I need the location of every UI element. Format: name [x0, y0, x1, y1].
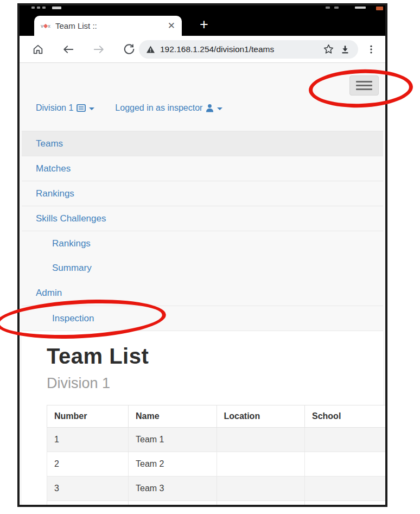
column-header-school: School [305, 405, 386, 428]
nav-item-rankings-sub[interactable]: Rankings [22, 231, 383, 256]
division-label: Division 1 [36, 103, 73, 113]
cell-location [217, 428, 305, 452]
page-content: Division 1 Logged in as inspector [22, 65, 383, 503]
forward-icon [92, 43, 105, 56]
annotated-screenshot: vx Team List :: ✕ + [0, 0, 420, 514]
menu-toggle-button[interactable] [349, 75, 379, 96]
download-icon[interactable] [340, 44, 351, 55]
nav-item-inspection-sub[interactable]: Inspection [22, 306, 383, 331]
page-title: Team List [47, 344, 383, 369]
tab-title: Team List :: [55, 21, 163, 30]
cell-school [305, 428, 386, 452]
column-header-name: Name [129, 405, 217, 428]
battery-icon [376, 7, 383, 10]
browser-menu-icon[interactable] [365, 43, 378, 56]
cell-name: Team 1 [129, 428, 217, 452]
login-status-label: Logged in as inspector [115, 103, 202, 113]
column-header-number: Number [47, 405, 129, 428]
table-row: 4Team 4 [47, 501, 386, 507]
nav-item-skills-challenges[interactable]: Skills Challenges [22, 206, 383, 231]
column-header-location: Location [217, 405, 305, 428]
url-bar[interactable]: 192.168.1.254/division1/teams [139, 40, 358, 59]
cell-school [305, 452, 386, 477]
main-panel: Team List Division 1 NumberNameLocationS… [22, 331, 383, 507]
user-icon [206, 104, 214, 112]
cell-location [217, 477, 305, 501]
url-text[interactable]: 192.168.1.254/division1/teams [160, 45, 317, 54]
clock-fragment [37, 7, 40, 9]
chevron-down-icon [89, 107, 94, 110]
account-dropdown[interactable]: Logged in as inspector [115, 103, 222, 113]
nav-menu: TeamsMatchesRankingsSkills ChallengesRan… [22, 131, 383, 331]
device-frame: vx Team List :: ✕ + [17, 3, 387, 507]
nav-item-rankings[interactable]: Rankings [22, 181, 383, 206]
display-icon [77, 104, 86, 112]
reload-icon[interactable] [123, 43, 136, 56]
cell-school [305, 501, 386, 507]
division-dropdown[interactable]: Division 1 [36, 103, 94, 113]
status-icon [334, 7, 339, 9]
cell-number: 3 [47, 477, 129, 501]
clock-fragment [31, 7, 35, 9]
clock-fragment [42, 7, 46, 9]
status-bar [20, 5, 385, 13]
browser-toolbar: 192.168.1.254/division1/teams [20, 36, 385, 63]
cell-school [305, 477, 386, 501]
cell-number: 1 [47, 428, 129, 452]
table-header-row: NumberNameLocationSchool [47, 405, 386, 428]
cell-number: 4 [47, 501, 129, 507]
home-icon[interactable] [31, 43, 44, 56]
browser-tab[interactable]: vx Team List :: ✕ [34, 16, 182, 36]
hamburger-icon [356, 81, 372, 83]
cell-name: Team 4 [129, 501, 217, 507]
cell-location [217, 452, 305, 477]
table-row: 1Team 1 [47, 428, 386, 452]
table-body: 1Team 12Team 23Team 34Team 45Team 5 [47, 428, 386, 507]
tab-strip: vx Team List :: ✕ + [20, 13, 385, 36]
cell-name: Team 3 [129, 477, 217, 501]
cell-name: Team 2 [129, 452, 217, 477]
new-tab-button[interactable]: + [192, 13, 216, 36]
page-subtitle: Division 1 [47, 375, 383, 392]
bookmark-star-icon[interactable] [323, 43, 334, 55]
notification-icon [52, 7, 61, 9]
chevron-down-icon [217, 107, 222, 110]
back-icon[interactable] [62, 43, 75, 56]
site-warning-icon[interactable] [147, 46, 155, 53]
table-row: 2Team 2 [47, 452, 386, 477]
close-tab-icon[interactable]: ✕ [168, 21, 175, 30]
table-row: 3Team 3 [47, 477, 386, 501]
cell-location [217, 501, 305, 507]
nav-item-teams[interactable]: Teams [22, 131, 383, 156]
tab-favicon-icon: vx [41, 23, 50, 29]
nav-item-admin[interactable]: Admin [22, 281, 383, 306]
cell-number: 2 [47, 452, 129, 477]
team-table: NumberNameLocationSchool 1Team 12Team 23… [47, 405, 386, 507]
status-icon [326, 7, 330, 9]
navbar-header: Division 1 Logged in as inspector [36, 103, 222, 113]
nav-item-matches[interactable]: Matches [22, 156, 383, 181]
time-fragment [355, 7, 366, 9]
nav-item-summary-sub[interactable]: Summary [22, 256, 383, 281]
